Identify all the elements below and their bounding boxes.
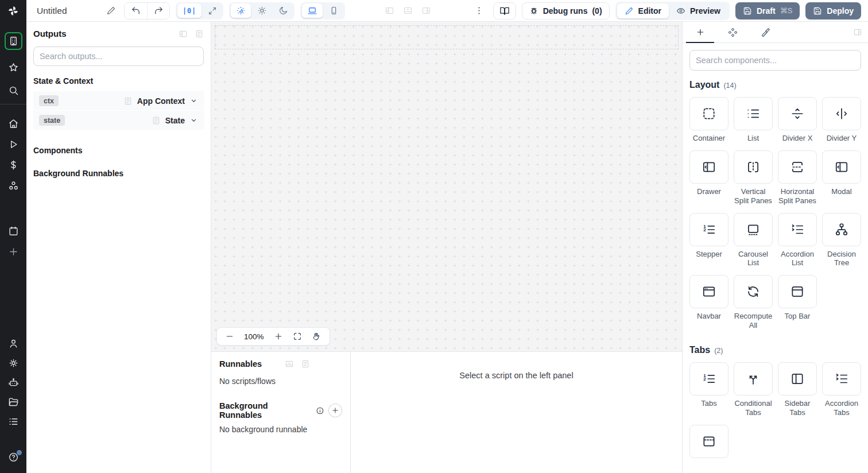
app-title: Untitled bbox=[37, 6, 67, 16]
component-card-accordion-tabs[interactable] bbox=[822, 362, 861, 396]
component-card-vertical-split-panes[interactable] bbox=[734, 150, 773, 184]
component-cell: Carousel List bbox=[734, 213, 773, 268]
collapse-components-icon[interactable] bbox=[853, 28, 862, 37]
chevron-down-icon[interactable] bbox=[189, 96, 198, 105]
ctx-row[interactable]: ctx App Context bbox=[33, 91, 204, 110]
component-cell: Modal bbox=[822, 150, 861, 206]
redo-button[interactable] bbox=[147, 3, 169, 19]
theme-dark-button[interactable] bbox=[273, 3, 293, 18]
collapse-runnables-icon[interactable] bbox=[285, 359, 294, 369]
sidebar-item-apps[interactable] bbox=[5, 32, 22, 50]
state-badge: state bbox=[39, 115, 65, 126]
component-cell: Top Bar bbox=[778, 275, 817, 330]
preview-mode-button[interactable]: Preview bbox=[669, 3, 728, 18]
add-icon[interactable] bbox=[8, 246, 19, 257]
deploy-button[interactable]: Deploy bbox=[805, 2, 861, 20]
help-button[interactable] bbox=[8, 452, 19, 465]
book-icon bbox=[499, 6, 510, 16]
component-card-decision-tree[interactable] bbox=[822, 213, 861, 246]
chevron-down-icon[interactable] bbox=[189, 116, 198, 125]
search-outputs-input[interactable] bbox=[33, 46, 204, 66]
background-runnables-header: Background Runnables bbox=[33, 169, 204, 178]
outputs-panel: Outputs State & Context ctx App bbox=[26, 22, 211, 473]
canvas-grid: ++++++++++++++++++++++++++++++++++++++++… bbox=[211, 22, 682, 351]
component-card-navbar[interactable] bbox=[689, 275, 728, 308]
expand-button[interactable] bbox=[203, 3, 222, 18]
favorites-icon[interactable] bbox=[8, 62, 19, 73]
runs-icon[interactable] bbox=[8, 139, 19, 150]
toggle-bottom-panel-icon[interactable] bbox=[403, 6, 413, 15]
draft-button[interactable]: Draft ⌘S bbox=[735, 2, 800, 20]
desktop-view-button[interactable] bbox=[302, 3, 323, 18]
tab-insert-component[interactable] bbox=[684, 22, 716, 42]
component-card-tabs[interactable]: 12 bbox=[689, 362, 728, 396]
component-card-top-bar[interactable] bbox=[778, 275, 817, 308]
modal-icon bbox=[834, 160, 849, 175]
settings-icon[interactable] bbox=[8, 358, 19, 369]
variables-icon[interactable] bbox=[8, 160, 19, 170]
plus-icon bbox=[331, 406, 339, 414]
pan-button[interactable] bbox=[312, 332, 321, 342]
user-icon[interactable] bbox=[8, 338, 19, 349]
undo-button[interactable] bbox=[125, 3, 147, 19]
component-card-container[interactable] bbox=[689, 97, 728, 130]
component-card-stepper[interactable]: 12 bbox=[689, 213, 728, 246]
search-components-input[interactable] bbox=[689, 50, 861, 71]
toggle-left-panel-icon[interactable] bbox=[385, 6, 394, 15]
logs-icon[interactable] bbox=[8, 416, 19, 427]
tab-component-settings[interactable] bbox=[716, 22, 749, 42]
tabs-section-title: Tabs bbox=[689, 345, 710, 355]
canvas-dropzone[interactable] bbox=[215, 25, 679, 49]
docs-button[interactable] bbox=[493, 2, 516, 20]
draft-label: Draft bbox=[757, 6, 776, 15]
debug-runs-button[interactable]: Debug runs (0) bbox=[522, 2, 610, 20]
windmill-logo[interactable] bbox=[0, 0, 26, 22]
component-card-conditional-tabs[interactable] bbox=[734, 362, 773, 396]
runnables-doc-icon[interactable] bbox=[301, 359, 310, 369]
rename-button[interactable] bbox=[104, 3, 118, 18]
component-card-divider-x[interactable] bbox=[778, 97, 817, 130]
zoom-in-button[interactable] bbox=[274, 332, 283, 341]
zoom-out-button[interactable] bbox=[225, 332, 234, 341]
fit-view-button[interactable] bbox=[293, 332, 302, 341]
component-card-partial[interactable] bbox=[689, 425, 728, 458]
component-cell: Horizontal Split Panes bbox=[778, 150, 817, 206]
component-card-sidebar-tabs[interactable] bbox=[778, 362, 817, 396]
state-row[interactable]: state State bbox=[33, 111, 204, 130]
home-icon[interactable] bbox=[8, 118, 19, 129]
plus-icon bbox=[696, 28, 705, 37]
outputs-doc-icon[interactable] bbox=[195, 29, 204, 38]
folders-icon[interactable] bbox=[8, 397, 19, 408]
ctx-type-label: App Context bbox=[137, 96, 185, 106]
sun-moon-icon bbox=[236, 6, 246, 15]
info-icon[interactable] bbox=[316, 406, 324, 415]
theme-auto-button[interactable] bbox=[231, 3, 251, 18]
component-cell: Drawer bbox=[689, 150, 728, 206]
mobile-view-button[interactable] bbox=[324, 3, 344, 18]
component-card-divider-y[interactable] bbox=[822, 97, 861, 130]
schedules-icon[interactable] bbox=[8, 226, 19, 236]
component-card-carousel-list[interactable] bbox=[734, 213, 773, 246]
component-cell: Conditional Tabs bbox=[734, 362, 773, 417]
editor-mode-button[interactable]: Editor bbox=[617, 3, 669, 18]
component-card-modal[interactable] bbox=[822, 150, 861, 184]
component-card-recompute-all[interactable] bbox=[734, 275, 773, 308]
zoom-reset-button[interactable]: |0| bbox=[177, 3, 202, 18]
component-card-drawer[interactable] bbox=[689, 150, 728, 184]
more-menu-button[interactable] bbox=[471, 5, 487, 17]
collapse-outputs-icon[interactable] bbox=[179, 29, 188, 38]
component-card-list[interactable] bbox=[734, 97, 773, 130]
workers-icon[interactable] bbox=[8, 377, 19, 388]
accordion-list-icon bbox=[790, 222, 805, 237]
component-card-horizontal-split-panes[interactable] bbox=[778, 150, 817, 184]
toggle-right-panel-icon[interactable] bbox=[421, 6, 431, 15]
theme-light-button[interactable] bbox=[252, 3, 272, 18]
component-label: Accordion Tabs bbox=[822, 399, 861, 417]
add-background-runnable-button[interactable] bbox=[328, 404, 342, 417]
search-icon[interactable] bbox=[8, 85, 19, 96]
resources-icon[interactable] bbox=[8, 180, 19, 191]
tab-styling[interactable] bbox=[749, 22, 782, 42]
fullscreen-icon bbox=[293, 332, 302, 341]
component-card-accordion-list[interactable] bbox=[778, 213, 817, 246]
app-canvas[interactable]: ++++++++++++++++++++++++++++++++++++++++… bbox=[211, 22, 682, 351]
